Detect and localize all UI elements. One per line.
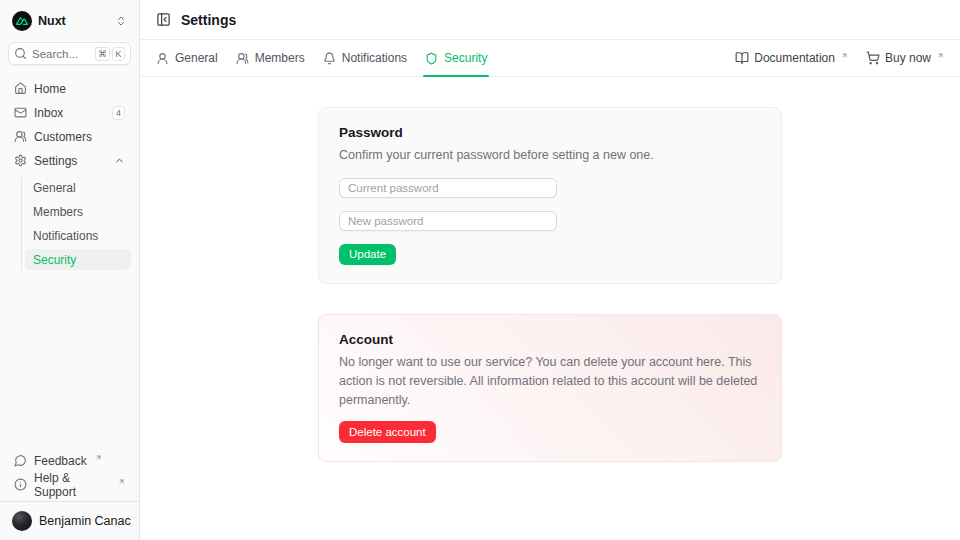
external-link-icon bbox=[118, 478, 125, 485]
new-password-field[interactable] bbox=[339, 211, 557, 231]
tabbar-links: Documentation Buy now bbox=[735, 51, 944, 65]
team-name: Nuxt bbox=[38, 14, 66, 28]
current-password-field[interactable] bbox=[339, 178, 557, 198]
tab-security[interactable]: Security bbox=[425, 40, 487, 76]
shield-icon bbox=[425, 52, 438, 65]
main-panel: Settings General Members Notifications S… bbox=[140, 0, 960, 540]
card-description: No longer want to use our service? You c… bbox=[339, 353, 761, 410]
search-input[interactable]: Search... ⌘ K bbox=[8, 42, 131, 65]
user-menu[interactable]: Benjamin Canac bbox=[8, 509, 131, 533]
tab-members[interactable]: Members bbox=[236, 40, 305, 76]
sidebar-item-general[interactable]: General bbox=[25, 177, 131, 198]
tab-label: Notifications bbox=[342, 51, 407, 65]
shopping-cart-icon bbox=[866, 51, 880, 65]
page-header: Settings bbox=[140, 0, 960, 40]
feedback-link[interactable]: Feedback bbox=[8, 450, 131, 471]
sidebar-item-customers[interactable]: Customers bbox=[8, 126, 131, 147]
search-shortcut: ⌘ K bbox=[95, 47, 125, 61]
card-description: Confirm your current password before set… bbox=[339, 146, 761, 165]
update-button[interactable]: Update bbox=[339, 244, 396, 265]
footer-link-label: Help & Support bbox=[34, 471, 110, 499]
sidebar: Nuxt Search... ⌘ K Home Inbox 4 bbox=[0, 0, 140, 540]
footer-link-label: Feedback bbox=[34, 454, 87, 468]
sidebar-item-security[interactable]: Security bbox=[25, 249, 131, 270]
sidebar-item-home[interactable]: Home bbox=[8, 78, 131, 99]
documentation-link[interactable]: Documentation bbox=[735, 51, 848, 65]
bell-icon bbox=[323, 52, 336, 65]
inbox-icon bbox=[14, 106, 27, 119]
kbd-k: K bbox=[112, 47, 125, 61]
sidebar-footer: Feedback Help & Support bbox=[8, 450, 131, 501]
tab-label: Security bbox=[444, 51, 487, 65]
content-area: Password Confirm your current password b… bbox=[140, 77, 960, 540]
sidebar-item-inbox[interactable]: Inbox 4 bbox=[8, 102, 131, 123]
link-label: Buy now bbox=[885, 51, 931, 65]
external-link-icon bbox=[95, 454, 102, 461]
account-card: Account No longer want to use our servic… bbox=[318, 314, 782, 462]
sidebar-item-members[interactable]: Members bbox=[25, 201, 131, 222]
users-icon bbox=[236, 52, 249, 65]
sidebar-item-settings[interactable]: Settings bbox=[8, 150, 131, 171]
buy-now-link[interactable]: Buy now bbox=[866, 51, 944, 65]
info-icon bbox=[14, 478, 27, 491]
password-card: Password Confirm your current password b… bbox=[318, 107, 782, 284]
delete-account-button[interactable]: Delete account bbox=[339, 421, 436, 443]
message-circle-icon bbox=[14, 454, 27, 467]
search-placeholder: Search... bbox=[32, 48, 78, 60]
settings-submenu: General Members Notifications Security bbox=[21, 177, 131, 270]
external-link-icon bbox=[841, 52, 848, 59]
chevrons-up-down-icon bbox=[115, 15, 127, 27]
sidebar-item-label: Customers bbox=[34, 130, 92, 144]
chevron-up-icon bbox=[114, 155, 125, 166]
page-title: Settings bbox=[181, 12, 236, 28]
external-link-icon bbox=[937, 52, 944, 59]
user-name: Benjamin Canac bbox=[39, 514, 131, 528]
collapse-sidebar-icon[interactable] bbox=[156, 12, 171, 27]
tab-general[interactable]: General bbox=[156, 40, 218, 76]
tab-label: General bbox=[175, 51, 218, 65]
team-switcher[interactable]: Nuxt bbox=[8, 8, 131, 34]
sidebar-nav: Home Inbox 4 Customers Settings General bbox=[8, 78, 131, 270]
user-icon bbox=[156, 52, 169, 65]
users-icon bbox=[14, 130, 27, 143]
card-title: Account bbox=[339, 331, 761, 349]
card-title: Password bbox=[339, 124, 761, 142]
settings-tabbar: General Members Notifications Security bbox=[140, 40, 960, 77]
sidebar-item-label: Notifications bbox=[33, 229, 98, 243]
home-icon bbox=[14, 82, 27, 95]
app-window: Nuxt Search... ⌘ K Home Inbox 4 bbox=[0, 0, 960, 540]
book-open-icon bbox=[735, 51, 749, 65]
avatar bbox=[12, 511, 32, 531]
nuxt-logo-icon bbox=[12, 11, 32, 31]
sidebar-item-label: Inbox bbox=[34, 106, 63, 120]
sidebar-item-notifications[interactable]: Notifications bbox=[25, 225, 131, 246]
sidebar-item-label: Security bbox=[33, 253, 76, 267]
tab-notifications[interactable]: Notifications bbox=[323, 40, 407, 76]
tab-label: Members bbox=[255, 51, 305, 65]
sidebar-item-label: General bbox=[33, 181, 76, 195]
sidebar-item-label: Members bbox=[33, 205, 83, 219]
kbd-meta: ⌘ bbox=[95, 47, 110, 61]
inbox-count-badge: 4 bbox=[112, 106, 125, 120]
sidebar-user-section: Benjamin Canac bbox=[0, 501, 139, 540]
search-icon bbox=[14, 47, 27, 60]
help-support-link[interactable]: Help & Support bbox=[8, 474, 131, 495]
link-label: Documentation bbox=[754, 51, 835, 65]
sidebar-item-label: Settings bbox=[34, 154, 77, 168]
sidebar-item-label: Home bbox=[34, 82, 66, 96]
gear-icon bbox=[14, 154, 27, 167]
